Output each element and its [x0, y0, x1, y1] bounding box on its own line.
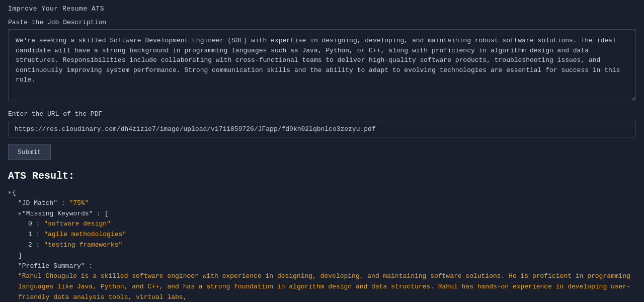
url-section: Enter the URL of the PDF — [8, 110, 636, 144]
job-description-textarea[interactable] — [8, 29, 636, 101]
missing-keyword-1: "agile methodologies" — [44, 231, 126, 238]
url-input[interactable] — [8, 121, 636, 137]
missing-keywords-collapse-icon[interactable]: ▼ — [18, 210, 21, 218]
job-description-label: Paste the Job Description — [8, 19, 636, 26]
missing-keywords-key: "Missing Keywords" — [22, 210, 93, 217]
profile-summary-value: "Rahul Chougule is a skilled software en… — [18, 272, 634, 301]
missing-keyword-2: "testing frameworks" — [44, 241, 122, 249]
submit-button[interactable]: Submit — [8, 144, 51, 160]
jd-match-value: "75%" — [69, 199, 89, 207]
page-title: Improve Your Resume ATS — [8, 5, 636, 13]
jd-match-key: "JD Match" — [18, 199, 57, 207]
ats-result-section: ATS Result: ▼{ "JD Match" : "75%" ▼"Miss… — [8, 170, 636, 302]
url-label: Enter the URL of the PDF — [8, 110, 636, 118]
collapse-icon[interactable]: ▼ — [8, 189, 11, 197]
missing-keyword-0: "software design" — [44, 220, 111, 228]
profile-summary-key: "Profile Summary" — [18, 262, 85, 270]
ats-result-title: ATS Result: — [8, 170, 636, 182]
json-output: ▼{ "JD Match" : "75%" ▼"Missing Keywords… — [8, 188, 636, 302]
job-description-section: Paste the Job Description — [8, 19, 636, 110]
